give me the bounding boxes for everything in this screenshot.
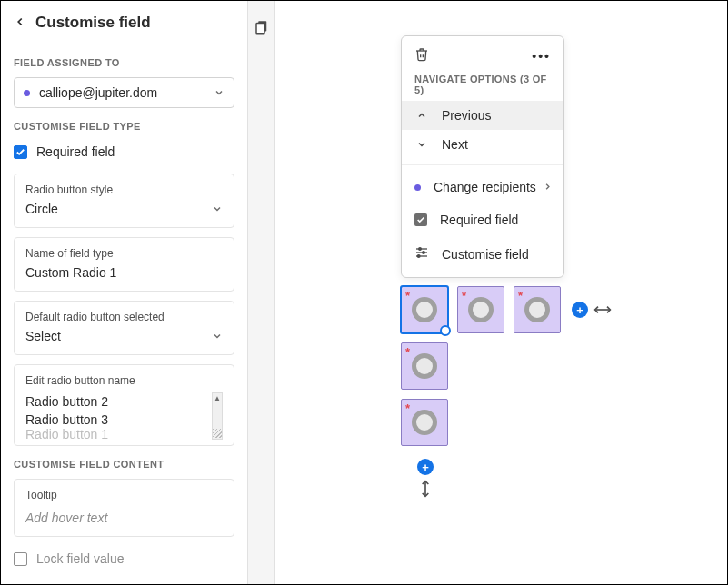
tooltip-input[interactable]: Add hover text: [25, 507, 223, 525]
field-name-card[interactable]: Name of field type Custom Radio 1: [14, 237, 234, 292]
more-icon[interactable]: •••: [532, 49, 551, 64]
add-column-button[interactable]: +: [572, 302, 588, 318]
chevron-down-icon: [214, 87, 224, 98]
radio-style-label: Radio button style: [25, 183, 223, 196]
nav-next[interactable]: Next: [402, 130, 563, 159]
resize-grip-icon[interactable]: [213, 429, 222, 438]
change-recipients-label: Change recipients: [434, 180, 536, 194]
radio-style-card[interactable]: Radio button style Circle: [14, 174, 234, 228]
customise-field-label: Customise field: [442, 247, 529, 262]
radio-tiles-group: * * * * *: [401, 286, 561, 446]
list-item[interactable]: Radio button 1: [25, 429, 210, 440]
radio-tile[interactable]: *: [401, 286, 448, 333]
field-popover: ••• NAVIGATE OPTIONS (3 OF 5) Previous N…: [401, 35, 564, 278]
scrollbar[interactable]: ▲: [212, 392, 223, 440]
tooltip-label: Tooltip: [25, 489, 223, 501]
change-recipients-row[interactable]: Change recipients: [402, 171, 563, 203]
recipient-dot-icon: [24, 90, 30, 96]
customise-field-row[interactable]: Customise field: [402, 236, 563, 272]
default-label: Default radio button selected: [25, 311, 223, 323]
add-row-button[interactable]: +: [417, 459, 434, 475]
panel-title: Customise field: [35, 14, 151, 32]
required-label: Required field: [36, 144, 115, 159]
svg-point-3: [419, 248, 422, 251]
default-value: Select: [25, 329, 61, 343]
chevron-down-icon: [212, 331, 223, 342]
field-name-value: Custom Radio 1: [25, 265, 223, 280]
assignee-value: calliope@jupiter.dom: [39, 85, 157, 100]
type-section-label: CUSTOMISE FIELD TYPE: [14, 121, 234, 132]
field-name-label: Name of field type: [25, 247, 223, 260]
scroll-up-icon[interactable]: ▲: [214, 394, 221, 402]
chevron-down-icon: [414, 139, 429, 150]
svg-rect-1: [256, 24, 264, 34]
lock-checkbox-row[interactable]: Lock field value: [14, 548, 234, 571]
radio-circle-icon: [412, 353, 437, 379]
radio-circle-icon: [412, 410, 437, 435]
checkbox-checked-icon: [414, 213, 427, 226]
navigate-label: NAVIGATE OPTIONS (3 OF 5): [402, 74, 563, 101]
radio-circle-icon: [524, 297, 550, 322]
sliders-icon: [414, 245, 429, 263]
radio-tile[interactable]: *: [514, 286, 561, 333]
chevron-down-icon: [212, 203, 223, 214]
radio-style-value: Circle: [25, 202, 58, 216]
edit-names-list[interactable]: Radio button 2 Radio button 3 Radio butt…: [25, 392, 223, 440]
lock-label: Lock field value: [36, 551, 125, 566]
svg-point-7: [417, 255, 420, 258]
chevron-up-icon: [414, 110, 429, 121]
radio-tile[interactable]: *: [401, 342, 448, 390]
resize-vertical-icon[interactable]: [419, 480, 432, 501]
nav-next-label: Next: [442, 137, 468, 152]
back-icon[interactable]: [14, 15, 26, 31]
required-checkbox-row[interactable]: Required field: [14, 141, 234, 164]
document-thumbnail-strip: [248, 1, 275, 584]
edit-names-label: Edit radio button name: [25, 374, 223, 387]
customise-panel: Customise field FIELD ASSIGNED TO callio…: [1, 1, 248, 584]
assignee-select[interactable]: calliope@jupiter.dom: [14, 77, 234, 108]
default-selected-card[interactable]: Default radio button selected Select: [14, 301, 234, 355]
required-toggle-row[interactable]: Required field: [402, 203, 563, 236]
assigned-label: FIELD ASSIGNED TO: [14, 57, 234, 68]
nav-previous-label: Previous: [442, 108, 491, 123]
edit-names-card: Edit radio button name Radio button 2 Ra…: [14, 364, 234, 446]
radio-tile[interactable]: *: [457, 286, 504, 333]
recipient-dot-icon: [414, 184, 421, 191]
pages-icon[interactable]: [254, 19, 270, 584]
list-item[interactable]: Radio button 2: [25, 392, 210, 411]
panel-header: Customise field: [14, 8, 234, 45]
nav-previous[interactable]: Previous: [402, 101, 563, 130]
document-canvas[interactable]: ••• NAVIGATE OPTIONS (3 OF 5) Previous N…: [275, 1, 727, 584]
list-item[interactable]: Radio button 3: [25, 411, 210, 429]
checkbox-unchecked-icon: [14, 552, 27, 566]
radio-circle-icon: [412, 297, 437, 322]
delete-icon[interactable]: [414, 47, 429, 64]
radio-tile[interactable]: *: [401, 399, 448, 446]
svg-point-5: [423, 252, 425, 254]
checkbox-checked-icon: [14, 145, 27, 159]
content-section-label: CUSTOMISE FIELD CONTENT: [14, 459, 234, 470]
required-toggle-label: Required field: [440, 213, 518, 227]
chevron-right-icon: [543, 180, 553, 194]
radio-circle-icon: [468, 297, 494, 322]
resize-horizontal-icon[interactable]: [593, 303, 612, 319]
tooltip-card[interactable]: Tooltip Add hover text: [14, 479, 234, 537]
